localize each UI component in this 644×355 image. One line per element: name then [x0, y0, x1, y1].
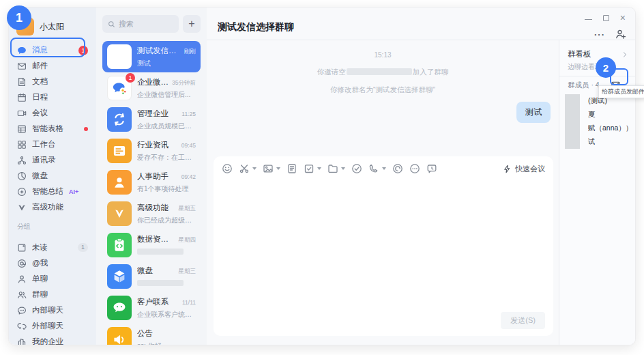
chat-list-item[interactable]: 微盘星期三: [102, 261, 201, 292]
avatar: [107, 296, 132, 320]
sidebar-item-label: 邮件: [32, 61, 48, 71]
spiral-icon[interactable]: [392, 163, 403, 174]
vip-avatar-icon: [107, 201, 132, 226]
sidebar-groups: 未读1@我单聊群聊内部聊天外部聊天我的企业: [9, 240, 96, 345]
bubble-avatar-icon: [107, 296, 132, 320]
message-composer[interactable]: 快速会议 发送(S): [214, 156, 553, 336]
avatar: [107, 233, 132, 257]
at-icon: [17, 259, 27, 268]
drive-icon: [17, 171, 27, 181]
sidebar-item-summary[interactable]: 智能总结AI+: [9, 184, 96, 199]
avatar: [107, 327, 132, 345]
mail-icon: [17, 61, 27, 71]
enterprise-icon: [17, 337, 27, 346]
members-count-label: 群成员 · 4: [568, 81, 600, 90]
dropdown-caret-icon[interactable]: [317, 167, 321, 170]
quick-meeting-button[interactable]: 快速会议: [503, 164, 545, 174]
send-button[interactable]: 发送(S): [501, 312, 545, 329]
quick-meeting-label: 快速会议: [515, 164, 545, 174]
member-avatar-redacted: [565, 122, 580, 135]
chat-list-item[interactable]: 行业资讯09:45爱存不存：在工行...: [102, 135, 201, 167]
chat-list-item[interactable]: 1企业微信团队35分钟前企业微信管理后...: [102, 72, 201, 104]
chat-item-name: 高级功能: [137, 203, 176, 213]
call-icon[interactable]: [368, 163, 379, 174]
meeting-icon: [17, 109, 27, 118]
avatar: [107, 264, 132, 289]
sidebar-group-unread[interactable]: 未读1: [9, 240, 96, 255]
sidebar-item-table[interactable]: 智能表格: [9, 121, 96, 137]
user-name: 小太阳: [40, 21, 64, 33]
sidebar-group-multi[interactable]: 群聊: [9, 287, 96, 302]
sidebar-item-meeting[interactable]: 会议: [9, 105, 96, 121]
chevron-right-icon[interactable]: [621, 51, 628, 58]
chat-list-item[interactable]: 人事助手09:42有1个事项待处理: [102, 167, 201, 198]
sidebar-item-label: 智能总结: [32, 186, 63, 197]
image-icon[interactable]: [263, 163, 274, 174]
member-row[interactable]: 赋（anna））: [565, 122, 635, 135]
sidebar-item-contacts[interactable]: 通讯录: [9, 152, 96, 168]
sidebar-item-label: 智能表格: [32, 124, 63, 134]
avatar: 1: [107, 76, 132, 100]
richdoc-icon[interactable]: [287, 163, 297, 174]
sidebar-group-internal[interactable]: 内部聊天: [9, 302, 96, 318]
member-name: 夏: [588, 110, 596, 119]
chat-item-time: 星期三: [179, 268, 196, 276]
chat-list: 搜索 + 测试发信选择群聊刚刚测试1企业微信团队35分钟前企业微信管理后...管…: [96, 8, 207, 345]
sidebar-group-external[interactable]: 外部聊天: [9, 318, 96, 334]
avatar: [107, 44, 132, 69]
search-input[interactable]: 搜索: [102, 15, 179, 33]
chat-list-item[interactable]: 高级功能星期五你已经成为超级管...: [102, 198, 201, 229]
maximize-icon[interactable]: [603, 15, 609, 21]
sidebar-group-enterprise[interactable]: 我的企业: [9, 334, 96, 345]
folder-icon[interactable]: [327, 163, 338, 174]
chat-list-item[interactable]: 客户联系11/11企业联系客户统计 ...: [102, 292, 201, 324]
sidebar-item-mail[interactable]: 邮件: [9, 58, 96, 74]
dropdown-caret-icon[interactable]: [276, 167, 280, 170]
groups-section-label: 分组: [9, 215, 96, 234]
avatar-unread-badge: 1: [126, 73, 135, 83]
chat-list-item[interactable]: 管理企业11:25企业成员规模已达...: [102, 104, 201, 135]
system-message-rename: 你修改群名为“测试发信选择群聊”: [207, 85, 559, 95]
chat-title: 测试发信选择群聊: [218, 21, 294, 33]
sidebar-item-docfile[interactable]: 文档: [9, 74, 96, 89]
member-row[interactable]: 夏: [565, 108, 635, 122]
internal-icon: [17, 306, 27, 315]
chat-list-item[interactable]: 测试发信选择群聊刚刚测试: [102, 41, 201, 72]
schedule-icon[interactable]: [304, 163, 314, 174]
screenshot-icon[interactable]: [239, 163, 250, 174]
count-badge: 1: [78, 243, 88, 252]
dropdown-caret-icon[interactable]: [382, 167, 386, 170]
app-window: 小太阳 消息1邮件文档日程会议智能表格工作台通讯录微盘智能总结AI+高级功能 分…: [8, 7, 636, 345]
more-options-icon[interactable]: ···: [594, 29, 605, 40]
sidebar-item-label: 通讯录: [32, 155, 56, 165]
sidebar-item-workbench[interactable]: 工作台: [9, 137, 96, 152]
sidebar-group-single[interactable]: 单聊: [9, 271, 96, 287]
member-row[interactable]: 试: [565, 135, 635, 149]
chat-item-preview: ss: 你好: [137, 341, 196, 345]
sidebar-group-label: 内部聊天: [32, 305, 63, 315]
summary-icon: [17, 187, 27, 197]
sidebar-group-label: 外部聊天: [32, 321, 63, 331]
sidebar-item-premium[interactable]: 高级功能: [9, 199, 96, 215]
dropdown-caret-icon[interactable]: [341, 167, 345, 170]
sidebar-item-drive[interactable]: 微盘: [9, 168, 96, 184]
close-icon[interactable]: ×: [620, 14, 626, 21]
sidebar-item-calendar[interactable]: 日程: [9, 89, 96, 105]
chat-list-item[interactable]: 公告ss: 你好: [102, 324, 201, 345]
chat-list-item[interactable]: 数据资产交接星期四: [102, 229, 201, 261]
new-chat-button[interactable]: +: [183, 15, 201, 33]
dropdown-caret-icon[interactable]: [252, 167, 257, 170]
more-icon[interactable]: [409, 163, 420, 174]
multi-icon: [17, 290, 27, 300]
chat-item-preview: 企业联系客户统计 ...: [137, 310, 196, 320]
emoji-icon[interactable]: [222, 163, 233, 174]
todo-icon[interactable]: [351, 163, 362, 174]
chat-item-time: 11/11: [182, 299, 196, 306]
sidebar-group-label: 我的企业: [32, 337, 63, 345]
group-board-title[interactable]: 群看板: [568, 49, 591, 59]
minimize-icon[interactable]: [585, 19, 592, 20]
sidebar-group-at[interactable]: @我: [9, 255, 96, 271]
member-avatar-redacted: [565, 94, 580, 108]
history-icon[interactable]: [426, 163, 437, 174]
add-member-icon[interactable]: [615, 29, 626, 40]
